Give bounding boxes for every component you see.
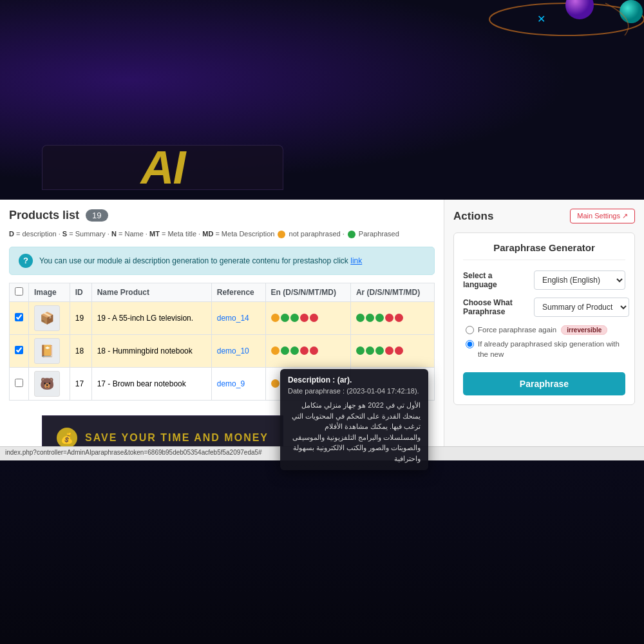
- col-ar: Ar (D/S/N/MT/MD): [350, 283, 434, 301]
- paraphrase-button[interactable]: Paraphrase: [463, 372, 625, 395]
- paraphrase-type-select[interactable]: Summary of Product Description Name Meta…: [534, 298, 629, 317]
- row-1-checkbox[interactable]: [15, 313, 23, 321]
- row-2-ref: demo_10: [211, 334, 265, 367]
- row-2-ar-dots: [350, 334, 434, 367]
- legend-bar: D = description · S = Summary · N = Name…: [9, 229, 435, 240]
- language-label: Select a language: [463, 271, 527, 289]
- force-paraphrase-radio[interactable]: [466, 326, 474, 334]
- panel-header: Products list 19: [9, 209, 435, 222]
- dot: [356, 314, 365, 322]
- col-checkbox: [10, 283, 29, 301]
- table-row: 📦 19 19 - A 55-inch LG television. demo_…: [10, 301, 435, 334]
- skip-paraphrase-label: If already paraphrased skip generation w…: [478, 339, 625, 359]
- row-checkbox-cell: [10, 367, 29, 400]
- actions-box: Paraphrase Generator Select a language E…: [453, 232, 635, 405]
- legend-n: N: [111, 230, 117, 238]
- dot: [271, 314, 279, 322]
- paraphrase-type-row: Choose What Paraphrase Summary of Produc…: [463, 298, 625, 317]
- dot: [375, 314, 384, 322]
- info-banner: ? You can use our module ai description …: [9, 247, 435, 275]
- radio-options-group: Force paraphrase again irreversible If a…: [463, 325, 625, 359]
- tooltip-date: Date paraphrase : (2023-01-04 17:42:18).: [288, 387, 421, 395]
- table-row: 📔 18 18 - Hummingbird notebook demo_10: [10, 334, 435, 367]
- background-bottom: [0, 460, 644, 644]
- save-icon: 💰: [57, 428, 77, 448]
- dot: [290, 314, 299, 322]
- language-select[interactable]: English (English) Arabic (العربية) Frenc…: [534, 270, 625, 290]
- info-icon: ?: [19, 254, 33, 268]
- row-2-name: 18 - Hummingbird notebook: [91, 334, 211, 367]
- dot: [281, 314, 289, 322]
- dot: [300, 314, 308, 322]
- products-count: 19: [86, 209, 108, 222]
- col-id: ID: [70, 283, 91, 301]
- skip-paraphrase-radio[interactable]: [466, 340, 474, 348]
- tooltip-popup: Description : (ar). Date paraphrase : (2…: [280, 369, 428, 470]
- skip-paraphrase-option: If already paraphrased skip generation w…: [466, 339, 625, 359]
- row-2-en-dots: [265, 334, 350, 367]
- force-paraphrase-option: Force paraphrase again irreversible: [466, 325, 625, 335]
- col-en: En (D/S/N/MT/MD): [265, 283, 350, 301]
- col-name: Name Product: [91, 283, 211, 301]
- col-image: Image: [29, 283, 70, 301]
- main-settings-button[interactable]: Main Settings ↗: [570, 209, 635, 223]
- row-1-image-cell: 📦: [29, 301, 70, 334]
- paraphrase-generator-title: Paraphrase Generator: [463, 242, 625, 260]
- dot: [385, 346, 393, 355]
- dot: [271, 346, 279, 355]
- row-3-ref: demo_9: [211, 367, 265, 400]
- dot: [375, 346, 384, 355]
- row-1-ar-dots: [350, 301, 434, 334]
- dot: [300, 346, 308, 355]
- row-3-image: 🐻: [34, 371, 60, 397]
- row-1-ref: demo_14: [211, 301, 265, 334]
- row-1-name: 19 - A 55-inch LG television.: [91, 301, 211, 334]
- ai-text: AI: [141, 145, 185, 190]
- row-3-image-cell: 🐻: [29, 367, 70, 400]
- legend-d: D: [9, 230, 14, 238]
- dot: [281, 346, 289, 355]
- row-checkbox-cell: [10, 301, 29, 334]
- dot: [310, 346, 318, 355]
- dot: [395, 314, 403, 322]
- row-2-id: 18: [70, 334, 91, 367]
- row-3-id: 17: [70, 367, 91, 400]
- ai-card: AI: [42, 145, 283, 190]
- table-header: Image ID Name Product Reference En (D/S/…: [10, 283, 435, 301]
- dot: [395, 346, 403, 355]
- header-row: Image ID Name Product Reference En (D/S/…: [10, 283, 435, 301]
- irreversible-badge: irreversible: [561, 325, 607, 335]
- info-link[interactable]: link: [350, 256, 362, 265]
- paraphrased-dot: [348, 231, 355, 238]
- tooltip-arabic-text: الأول تي في 2022 هو جهاز منزلي متكامل يم…: [288, 400, 421, 464]
- row-2-image: 📔: [34, 338, 60, 364]
- dot: [385, 314, 393, 322]
- dot: [271, 379, 279, 388]
- actions-header: Actions Main Settings ↗: [453, 209, 635, 223]
- row-2-checkbox[interactable]: [15, 346, 23, 354]
- row-2-image-cell: 📔: [29, 334, 70, 367]
- force-paraphrase-label: Force paraphrase again irreversible: [478, 325, 607, 335]
- actions-title: Actions: [453, 210, 493, 223]
- not-paraphrased-dot: [278, 231, 285, 238]
- row-checkbox-cell: [10, 334, 29, 367]
- row-1-en-dots: [265, 301, 350, 334]
- paraphrase-type-label: Choose What Paraphrase: [463, 298, 527, 316]
- panel-title: Products list: [9, 209, 79, 222]
- select-all-checkbox[interactable]: [15, 287, 23, 296]
- dot: [366, 346, 374, 355]
- dot: [356, 346, 365, 355]
- dot: [290, 346, 299, 355]
- row-3-checkbox[interactable]: [15, 379, 23, 387]
- save-text: SAVE YOUR TIME AND MONEY: [85, 432, 269, 444]
- language-row: Select a language English (English) Arab…: [463, 270, 625, 290]
- legend-md: MD: [202, 230, 213, 238]
- col-reference: Reference: [211, 283, 265, 301]
- dot: [366, 314, 374, 322]
- legend-s: S: [62, 230, 67, 238]
- row-1-id: 19: [70, 301, 91, 334]
- row-1-image: 📦: [34, 305, 60, 331]
- dot: [310, 314, 318, 322]
- tooltip-title: Description : (ar).: [288, 375, 421, 384]
- row-3-name: 17 - Brown bear notebook: [91, 367, 211, 400]
